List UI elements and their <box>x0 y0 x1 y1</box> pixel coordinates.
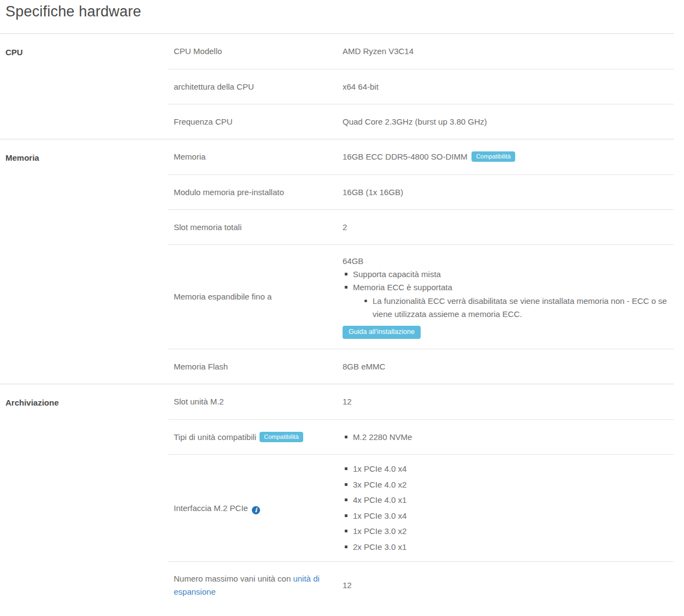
section-memory: Memoria Memoria 16GB ECC DDR5-4800 SO-DI… <box>0 139 674 384</box>
spec-row-memory-slots: Slot memoria totali 2 <box>168 209 674 244</box>
bullet-item: M.2 2280 NVMe <box>343 431 674 444</box>
section-storage: Archiviazione Slot unità M.2 12 Tipi di … <box>0 384 674 609</box>
section-rows: Slot unità M.2 12 Tipi di unità compatib… <box>168 384 674 609</box>
section-header-cpu: CPU <box>0 34 168 139</box>
spec-label: Memoria espandibile fino a <box>168 284 343 310</box>
section-header-storage: Archiviazione <box>0 384 168 609</box>
bullet-item: 1x PCIe 3.0 x2 <box>343 525 674 538</box>
spec-row-preinstalled-memory: Modulo memoria pre-installato 16GB (1x 1… <box>168 174 674 209</box>
spec-table: CPU CPU Modello AMD Ryzen V3C14 architet… <box>0 34 674 609</box>
spec-row-max-drive-bays: Numero massimo vani unità con unità di e… <box>168 561 674 609</box>
compatibility-badge[interactable]: Compatibilità <box>260 432 303 442</box>
bullet-item-text: Memoria ECC è supportata <box>353 283 452 292</box>
hardware-specs-page: Specifiche hardware CPU CPU Modello AMD … <box>0 0 684 609</box>
spec-label: CPU Modello <box>168 38 343 64</box>
spec-label: Tipi di unità compatibiliCompatibilità <box>168 424 343 450</box>
spec-value: 12 <box>343 571 674 600</box>
sub-bullet-list: La funzionalità ECC verrà disabilitata s… <box>353 295 674 321</box>
spec-label: Numero massimo vani unità con unità di e… <box>168 566 343 605</box>
spec-row-m2-slots: Slot unità M.2 12 <box>168 384 674 419</box>
page-title: Specifiche hardware <box>5 3 674 20</box>
installation-guide-button[interactable]: Guida all’installazione <box>343 326 421 339</box>
spec-label: Memoria <box>168 144 343 170</box>
spec-label: Slot memoria totali <box>168 214 343 240</box>
section-cpu: CPU CPU Modello AMD Ryzen V3C14 architet… <box>0 34 674 139</box>
spec-row-compatible-drive-types: Tipi di unità compatibiliCompatibilità M… <box>168 419 674 454</box>
spec-value: 8GB eMMC <box>343 353 674 381</box>
spec-row-cpu-architecture: architettura della CPU x64 64-bit <box>168 69 674 104</box>
spec-value: M.2 2280 NVMe <box>343 423 674 451</box>
spec-value-text: 64GB <box>343 255 674 268</box>
info-icon[interactable]: i <box>252 506 260 514</box>
bullet-item: 4x PCIe 4.0 x1 <box>343 494 674 507</box>
bullet-list: 1x PCIe 4.0 x4 3x PCIe 4.0 x2 4x PCIe 4.… <box>343 462 674 554</box>
spec-value: 16GB ECC DDR5-4800 SO-DIMMCompatibilità <box>343 143 674 171</box>
spec-value: 2 <box>343 213 674 242</box>
section-rows: Memoria 16GB ECC DDR5-4800 SO-DIMMCompat… <box>168 139 674 384</box>
bullet-item: 1x PCIe 3.0 x4 <box>343 509 674 523</box>
spec-row-flash-memory: Memoria Flash 8GB eMMC <box>168 349 674 384</box>
spec-label: Memoria Flash <box>168 354 343 380</box>
bullet-item: 1x PCIe 4.0 x4 <box>343 462 674 476</box>
spec-label-text: Tipi di unità compatibili <box>174 432 256 442</box>
spec-row-m2-pcie-interface: Interfaccia M.2 PCIei 1x PCIe 4.0 x4 3x … <box>168 454 674 561</box>
spec-label: Modulo memoria pre-installato <box>168 179 343 206</box>
spec-value: 1x PCIe 4.0 x4 3x PCIe 4.0 x2 4x PCIe 4.… <box>343 455 674 561</box>
spec-value: 16GB (1x 16GB) <box>343 178 674 207</box>
spec-value: Quad Core 2.3GHz (burst up 3.80 GHz) <box>343 108 674 136</box>
spec-label: Frequenza CPU <box>168 109 343 135</box>
section-rows: CPU Modello AMD Ryzen V3C14 architettura… <box>168 34 674 139</box>
section-header-memory: Memoria <box>0 139 168 384</box>
spec-label: Interfaccia M.2 PCIei <box>168 495 343 521</box>
spec-value-text: 16GB ECC DDR5-4800 SO-DIMM <box>343 152 467 161</box>
bullet-list: Supporta capacità mista Memoria ECC è su… <box>343 268 674 321</box>
spec-label: architettura della CPU <box>168 74 343 100</box>
spec-label-text: Interfaccia M.2 PCIe <box>174 503 248 513</box>
spec-value: 12 <box>343 388 674 416</box>
spec-row-cpu-model: CPU Modello AMD Ryzen V3C14 <box>168 34 674 69</box>
bullet-list: M.2 2280 NVMe <box>343 431 674 444</box>
compatibility-badge[interactable]: Compatibilità <box>471 151 515 162</box>
bullet-item: Memoria ECC è supportata La funzionalità… <box>343 281 674 321</box>
spec-row-expandable-memory: Memoria espandibile fino a 64GB Supporta… <box>168 244 674 349</box>
spec-value: x64 64-bit <box>343 73 674 101</box>
spec-label: Slot unità M.2 <box>168 389 343 415</box>
spec-value: AMD Ryzen V3C14 <box>343 37 674 66</box>
bullet-item: 3x PCIe 4.0 x2 <box>343 478 674 491</box>
bullet-item: Supporta capacità mista <box>343 268 674 281</box>
sub-bullet-item: La funzionalità ECC verrà disabilitata s… <box>363 295 669 321</box>
bullet-item: 2x PCIe 3.0 x1 <box>343 541 674 554</box>
spec-row-cpu-frequency: Frequenza CPU Quad Core 2.3GHz (burst up… <box>168 104 674 139</box>
spec-value: 64GB Supporta capacità mista Memoria ECC… <box>343 247 674 347</box>
spec-label-text: Numero massimo vani unità con <box>174 574 293 583</box>
page-header: Specifiche hardware <box>0 0 674 34</box>
spec-row-memory: Memoria 16GB ECC DDR5-4800 SO-DIMMCompat… <box>168 139 674 174</box>
